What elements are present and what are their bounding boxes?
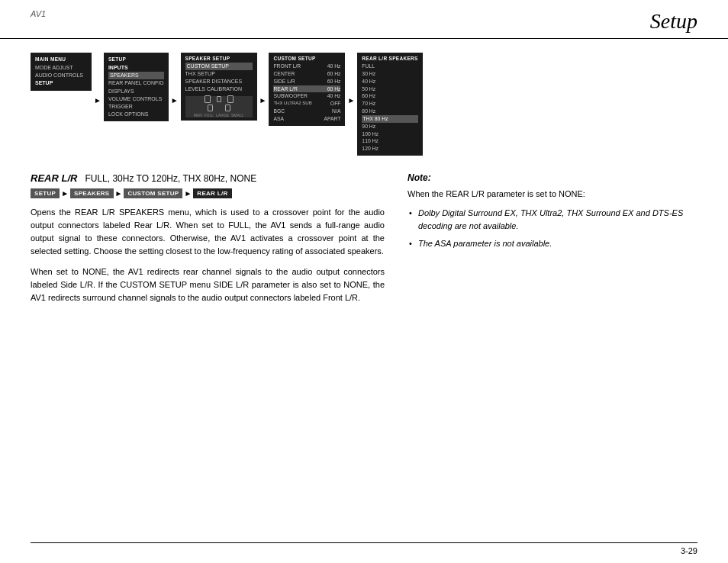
custom-row-thx: THX ULTRA2 SUBOFF — [273, 100, 340, 108]
breadcrumb-arrow-2: ► — [115, 189, 123, 198]
main-menu-item-3: SETUP — [35, 79, 87, 87]
custom-row-side: SIDE L/R60 Hz — [273, 78, 340, 85]
header-right-title: Setup — [650, 9, 697, 34]
note-item-2: The ASA parameter is not available. — [407, 237, 697, 250]
page-number: 3-29 — [681, 546, 697, 555]
custom-row-center: CENTER60 Hz — [273, 70, 340, 78]
section-title-row: REAR L/R FULL, 30Hz TO 120Hz, THX 80Hz, … — [31, 172, 385, 184]
note-title: Note: — [407, 172, 697, 183]
page-header: AV1 Setup — [0, 0, 728, 39]
rear-item-40: 40 Hz — [362, 78, 417, 85]
setup-item-trigger: TRIGGER — [108, 103, 164, 111]
body-content: REAR L/R FULL, 30Hz TO 120Hz, THX 80Hz, … — [31, 172, 697, 312]
setup-item-volume: VOLUME CONTROLS — [108, 95, 164, 103]
breadcrumb-arrow-1: ► — [61, 189, 69, 198]
setup-item-rear: REAR PANEL CONFIG — [108, 79, 164, 87]
rear-item-30: 30 Hz — [362, 70, 417, 78]
main-menu-item-2: AUDIO CONTROLS — [35, 72, 87, 79]
breadcrumb: SETUP ► SPEAKERS ► CUSTOM SETUP ► REAR L… — [31, 188, 385, 198]
rear-item-70: 70 Hz — [362, 100, 417, 108]
breadcrumb-arrow-3: ► — [184, 189, 192, 198]
rear-item-100: 100 Hz — [362, 130, 417, 138]
note-item-1: Dolby Digital Surround EX, THX Ultra2, T… — [407, 207, 697, 233]
breadcrumb-custom-setup: CUSTOM SETUP — [124, 188, 182, 198]
arrow-1: ► — [92, 96, 104, 105]
custom-row-front: FRONT L/R40 Hz — [273, 63, 340, 70]
custom-row-rear: REAR L/R60 Hz — [273, 85, 340, 93]
rear-item-80: 80 Hz — [362, 108, 417, 115]
main-menu-item-1: MODE ADJUST — [35, 64, 87, 72]
rear-item-thx80: THX 80 Hz — [362, 115, 417, 123]
body-paragraph-2: When set to NONE, the AV1 redirects rear… — [31, 265, 385, 304]
main-menu-title: MAIN MENU — [35, 56, 87, 63]
breadcrumb-speakers: SPEAKERS — [70, 188, 113, 198]
rear-speakers-box: REAR L/R SPEAKERS FULL 30 Hz 40 Hz 50 Hz… — [357, 53, 422, 156]
note-list: Dolby Digital Surround EX, THX Ultra2, T… — [407, 207, 697, 250]
arrow-2: ► — [169, 96, 181, 105]
speaker-setup-box: SPEAKER SETUP CUSTOM SETUP THX SETUP SPE… — [181, 53, 257, 121]
arrow-4: ► — [345, 96, 357, 105]
right-column: Note: When the REAR L/R parameter is set… — [407, 172, 697, 312]
custom-setup-box: CUSTOM SETUP FRONT L/R40 Hz CENTER60 Hz … — [269, 53, 345, 126]
speaker-item-distances: SPEAKER DISTANCES — [185, 78, 253, 85]
note-intro: When the REAR L/R parameter is set to NO… — [407, 188, 697, 201]
speaker-setup-title: SPEAKER SETUP — [185, 56, 253, 61]
rear-item-full: FULL — [362, 63, 417, 70]
setup-menu-title: SETUP — [108, 56, 164, 63]
setup-item-displays: DISPLAYS — [108, 88, 164, 95]
body-paragraph-1: Opens the REAR L/R SPEAKERS menu, which … — [31, 206, 385, 258]
setup-item-speakers: SPEAKERS — [108, 72, 164, 79]
main-menu-box: MAIN MENU MODE ADJUST AUDIO CONTROLS SET… — [31, 53, 92, 91]
setup-menu-box: SETUP INPUTS SPEAKERS REAR PANEL CONFIG … — [104, 53, 169, 121]
custom-row-bgc: BGCN/A — [273, 108, 340, 115]
header-left-label: AV1 — [31, 9, 46, 18]
speaker-item-custom: CUSTOM SETUP — [185, 63, 253, 70]
breadcrumb-rear-lr: REAR L/R — [193, 188, 231, 198]
speaker-item-thx: THX SETUP — [185, 70, 253, 78]
setup-item-inputs: INPUTS — [108, 64, 164, 72]
section-values: FULL, 30Hz TO 120Hz, THX 80Hz, NONE — [85, 173, 256, 184]
arrow-3: ► — [257, 96, 269, 105]
speaker-item-levels: LEVELS CALIBRATION — [185, 85, 253, 93]
speaker-diagram: MANFULLLARGESMALL — [185, 96, 253, 117]
rear-item-60: 60 Hz — [362, 92, 417, 100]
left-column: REAR L/R FULL, 30Hz TO 120Hz, THX 80Hz, … — [31, 172, 385, 312]
custom-row-sub: SUBWOOFER40 Hz — [273, 92, 340, 100]
rear-item-120: 120 Hz — [362, 145, 417, 153]
rear-item-90: 90 Hz — [362, 123, 417, 130]
setup-item-lock: LOCK OPTIONS — [108, 111, 164, 118]
rear-speakers-title: REAR L/R SPEAKERS — [362, 56, 417, 61]
custom-setup-title: CUSTOM SETUP — [273, 56, 340, 61]
menu-diagram: MAIN MENU MODE ADJUST AUDIO CONTROLS SET… — [31, 53, 697, 156]
page-footer: 3-29 — [31, 542, 697, 555]
section-main-title: REAR L/R — [31, 172, 77, 184]
rear-item-110: 110 Hz — [362, 137, 417, 145]
rear-item-50: 50 Hz — [362, 85, 417, 93]
custom-row-asa: ASAAPART — [273, 115, 340, 123]
breadcrumb-setup: SETUP — [31, 188, 60, 198]
